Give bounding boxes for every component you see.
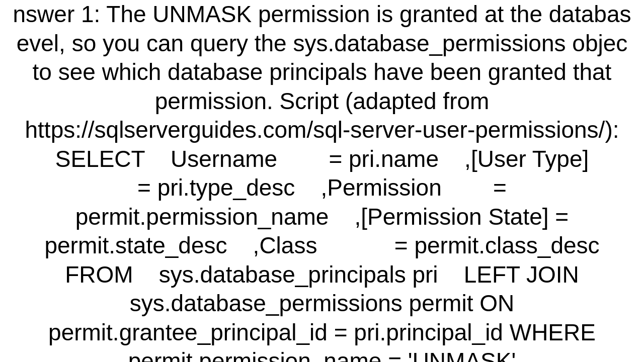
line-4: permission. Script (adapted from	[4, 87, 640, 116]
line-10: FROM sys.database_principals pri LEFT JO…	[4, 260, 640, 290]
line-1: nswer 1: The UNMASK permission is grante…	[4, 0, 640, 29]
answer-text-block: nswer 1: The UNMASK permission is grante…	[0, 0, 644, 362]
line-3: to see which database principals have be…	[4, 58, 640, 87]
line-7: = pri.type_desc ,Permission =	[4, 173, 640, 203]
line-8: permit.permission_name ,[Permission Stat…	[4, 203, 640, 232]
line-9: permit.state_desc ,Class = permit.class_…	[4, 231, 640, 260]
line-12: permit.grantee_principal_id = pri.princi…	[4, 318, 640, 347]
line-2: evel, so you can query the sys.database_…	[4, 29, 640, 58]
line-11: sys.database_permissions permit ON	[4, 289, 640, 318]
main-content: nswer 1: The UNMASK permission is grante…	[0, 0, 644, 362]
line-6: SELECT Username = pri.name ,[User Type]	[4, 145, 640, 174]
line-5: https://sqlserverguides.com/sql-server-u…	[4, 116, 640, 145]
line-13: permit.permission_name = 'UNMASK'	[4, 347, 640, 362]
